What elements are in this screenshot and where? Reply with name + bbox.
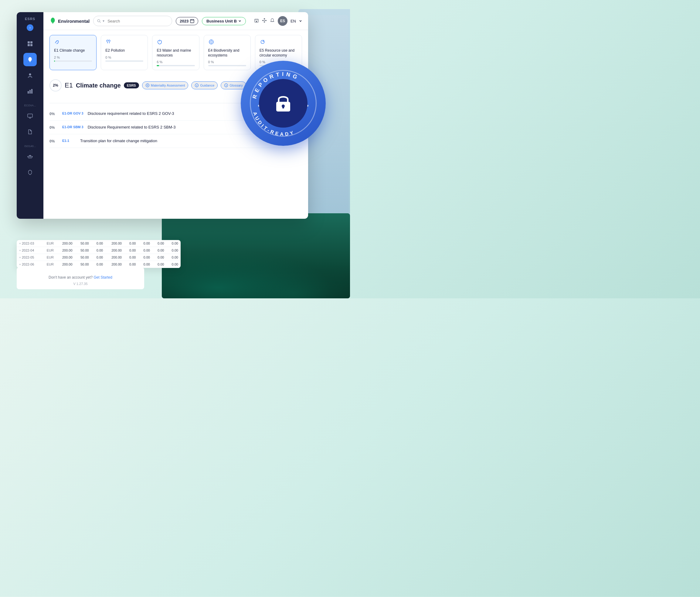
no-account-text: Don't have an account yet? Get Started [23, 275, 138, 280]
get-started-link[interactable]: Get Started [94, 275, 112, 280]
badge-inner-ring [250, 70, 317, 137]
sidebar-item-files[interactable] [23, 125, 37, 139]
svg-rect-7 [28, 41, 30, 44]
search-input[interactable] [107, 19, 168, 23]
year-value: 2023 [180, 19, 189, 23]
svg-rect-13 [28, 91, 29, 94]
svg-rect-30 [264, 18, 265, 19]
svg-rect-32 [264, 22, 265, 23]
svg-rect-16 [28, 114, 32, 117]
section-e-label: E1 [65, 81, 73, 89]
sidebar-brand: ESRS [25, 17, 35, 21]
section-percent-circle: 2% [49, 79, 61, 92]
app-logo: Environmental [49, 17, 90, 25]
svg-point-45 [146, 84, 149, 87]
app-header: Environmental ▾ 2023 Business Unit B [43, 12, 308, 30]
sidebar-item-recycle[interactable] [23, 150, 37, 164]
disc-percent-1: 0% [49, 112, 58, 116]
materiality-assessment-btn[interactable]: Materiality Assessment [142, 81, 188, 89]
e1-title: E1 Climate change [54, 48, 92, 53]
svg-point-46 [147, 85, 148, 86]
e4-icon [208, 39, 246, 47]
bg-forest-scene [162, 213, 350, 298]
version-text: V 1.27.35 [23, 282, 138, 286]
row-expand-btn[interactable]: + [19, 256, 21, 259]
e5-icon [259, 39, 298, 47]
table-row[interactable]: + 2022-05 EUR 200.00 50.00 0.00 200.00 0… [17, 254, 181, 261]
logo-leaf-icon [49, 17, 56, 25]
svg-rect-9 [28, 44, 30, 46]
lang-chevron-icon [299, 20, 302, 23]
materiality-btn-label: Materiality Assessment [151, 83, 185, 87]
e2-percent: 0 % [105, 55, 143, 59]
row-expand-btn[interactable]: + [19, 242, 21, 245]
lock-icon [273, 93, 294, 114]
sidebar-item-governance[interactable] [23, 85, 37, 98]
svg-rect-15 [31, 89, 32, 94]
disc-code-1: E1-DR GOV 3 [62, 111, 83, 116]
chart-hierarchy-icon[interactable] [262, 18, 267, 24]
question2-icon: ? [224, 83, 228, 88]
svg-rect-10 [30, 44, 32, 46]
data-table-window: + 2022-03 EUR 200.00 50.00 0.00 200.00 0… [17, 240, 181, 268]
svg-line-22 [100, 22, 100, 23]
svg-rect-28 [256, 21, 257, 22]
svg-text:?: ? [196, 85, 198, 87]
e3-percent: 6 % [157, 60, 195, 64]
building-icon[interactable] [254, 18, 259, 24]
row-expand-btn[interactable]: + [19, 249, 21, 252]
topic-card-e2[interactable]: E2 Pollution 0 % [101, 35, 148, 70]
language-selector[interactable]: EN [291, 19, 296, 23]
login-area: Don't have an account yet? Get Started V… [17, 267, 144, 289]
sidebar-item-leaf[interactable] [23, 166, 37, 179]
question-icon: ? [195, 83, 199, 88]
calendar-icon [190, 19, 194, 23]
sidebar-item-environmental[interactable] [23, 53, 37, 66]
bell-icon[interactable] [270, 18, 275, 24]
chevron-down-icon [238, 20, 241, 23]
search-icon [97, 19, 101, 23]
topic-card-e1[interactable]: E1 Climate change 2 % [49, 35, 97, 70]
sidebar-label-iso: ISO140... [17, 145, 43, 148]
sidebar-label-ecova: ECOVA... [17, 104, 43, 107]
sidebar: ESRS › ECOVA... ISO140... [17, 12, 43, 219]
table-row[interactable]: + 2022-03 EUR 200.00 50.00 0.00 200.00 0… [17, 240, 181, 247]
topic-card-e3[interactable]: E3 Water and marine resources 6 % [152, 35, 199, 70]
esrs-badge: ESRS [124, 82, 139, 89]
svg-rect-23 [190, 20, 194, 23]
e2-title: E2 Pollution [105, 48, 143, 53]
table-row[interactable]: + 2022-04 EUR 200.00 50.00 0.00 200.00 0… [17, 247, 181, 254]
business-unit-selector[interactable]: Business Unit B [202, 17, 246, 25]
badge-lock-container [259, 79, 307, 127]
svg-point-40 [210, 41, 212, 43]
financial-table: + 2022-03 EUR 200.00 50.00 0.00 200.00 0… [17, 240, 181, 268]
disc-percent-2: 0% [49, 125, 58, 130]
audit-ready-badge: REPORTING AUDIT-READY [241, 61, 326, 146]
e1-icon [54, 39, 92, 47]
svg-rect-14 [29, 90, 31, 94]
row-expand-btn[interactable]: + [19, 263, 21, 266]
e4-title: E4 Biodiversity and ecosystems [208, 48, 246, 58]
disc-code-3: E1-1 [62, 139, 76, 143]
e3-title: E3 Water and marine resources [157, 48, 195, 58]
sidebar-expand-button[interactable]: › [27, 24, 33, 31]
sidebar-item-monitor[interactable] [23, 110, 37, 123]
sidebar-item-social[interactable] [23, 69, 37, 82]
svg-rect-6 [282, 106, 284, 109]
svg-rect-8 [30, 41, 32, 44]
sidebar-item-dashboard[interactable] [23, 37, 37, 50]
search-bar[interactable]: ▾ [93, 16, 172, 26]
user-avatar[interactable]: ES [278, 16, 288, 26]
e3-icon [157, 39, 195, 47]
svg-point-12 [29, 73, 31, 76]
guidance-btn[interactable]: ? Guidance [191, 81, 218, 89]
app-title: Environmental [58, 19, 90, 24]
disc-percent-3: 0% [49, 139, 58, 143]
table-row[interactable]: + 2022-06 EUR 200.00 50.00 0.00 200.00 0… [17, 261, 181, 268]
year-selector[interactable]: 2023 [176, 17, 198, 25]
e5-title: E5 Resource use and circular economy [259, 48, 298, 58]
guidance-btn-label: Guidance [200, 83, 214, 87]
header-icon-group: ES EN [254, 16, 302, 26]
e2-icon [105, 39, 143, 47]
e1-percent: 2 % [54, 55, 92, 59]
